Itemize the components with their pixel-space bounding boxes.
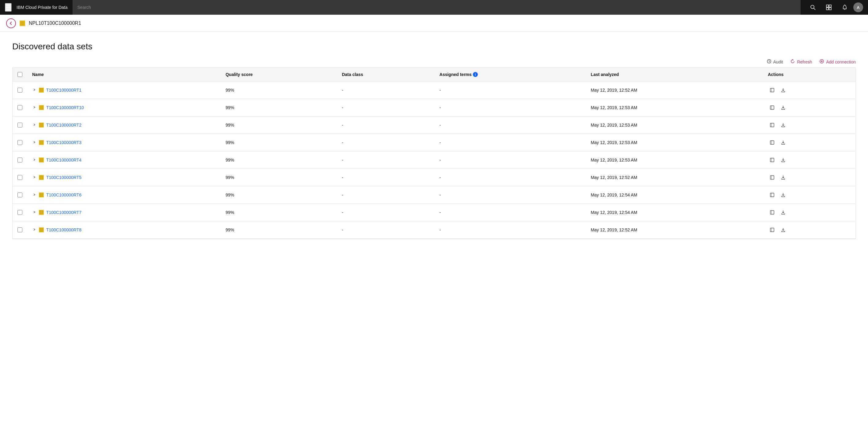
assigned-terms-info-icon[interactable]: i bbox=[473, 72, 478, 77]
row-data-class: - bbox=[337, 82, 435, 99]
topnav-icons: A bbox=[806, 0, 863, 15]
row-export-button[interactable] bbox=[779, 208, 787, 217]
row-export-button[interactable] bbox=[779, 103, 787, 112]
row-quality-score: 99% bbox=[220, 116, 337, 134]
row-view-button[interactable] bbox=[768, 103, 776, 112]
search-input[interactable] bbox=[72, 0, 801, 15]
row-last-analyzed: May 12, 2019, 12:52 AM bbox=[586, 169, 763, 186]
row-last-analyzed: May 12, 2019, 12:53 AM bbox=[586, 151, 763, 169]
row-data-class: - bbox=[337, 99, 435, 116]
row-checkbox[interactable] bbox=[18, 157, 22, 163]
row-checkbox[interactable] bbox=[18, 140, 22, 145]
row-export-button[interactable] bbox=[779, 121, 787, 129]
row-checkbox-cell bbox=[12, 134, 27, 151]
row-checkbox-cell bbox=[12, 82, 27, 99]
row-last-analyzed: May 12, 2019, 12:53 AM bbox=[586, 134, 763, 151]
row-view-button[interactable] bbox=[768, 208, 776, 217]
row-table-icon bbox=[39, 175, 44, 180]
row-checkbox-cell bbox=[12, 204, 27, 221]
row-checkbox[interactable] bbox=[18, 227, 22, 232]
row-name-link[interactable]: T100C100000RT6 bbox=[46, 193, 82, 197]
top-navigation: ☰ IBM Cloud Private for Data A bbox=[0, 0, 868, 15]
back-button[interactable] bbox=[6, 19, 16, 28]
row-checkbox[interactable] bbox=[18, 105, 22, 110]
row-export-button[interactable] bbox=[779, 138, 787, 147]
svg-rect-48 bbox=[770, 158, 774, 162]
row-name-link[interactable]: T100C100000RT2 bbox=[46, 123, 82, 127]
row-checkbox[interactable] bbox=[18, 88, 22, 92]
add-connection-button[interactable]: Add connection bbox=[819, 59, 856, 65]
row-export-button[interactable] bbox=[779, 191, 787, 199]
expand-row-button[interactable] bbox=[32, 210, 36, 215]
row-export-button[interactable] bbox=[779, 173, 787, 182]
row-quality-score: 99% bbox=[220, 204, 337, 221]
row-table-icon bbox=[39, 140, 44, 145]
row-data-class: - bbox=[337, 169, 435, 186]
expand-row-button[interactable] bbox=[32, 87, 36, 93]
row-name-link[interactable]: T100C100000RT1 bbox=[46, 88, 82, 92]
row-checkbox[interactable] bbox=[18, 175, 22, 180]
row-view-button[interactable] bbox=[768, 121, 776, 129]
grid-icon-button[interactable] bbox=[822, 0, 836, 15]
row-name-link[interactable]: T100C100000RT7 bbox=[46, 210, 82, 215]
expand-row-button[interactable] bbox=[32, 227, 36, 233]
search-icon-button[interactable] bbox=[806, 0, 820, 15]
refresh-button[interactable]: Refresh bbox=[790, 59, 812, 65]
row-name-link[interactable]: T100C100000RT10 bbox=[46, 105, 84, 110]
toolbar: Audit Refresh Add connection bbox=[12, 59, 856, 65]
row-view-button[interactable] bbox=[768, 191, 776, 199]
row-assigned-terms: - bbox=[435, 134, 586, 151]
row-checkbox[interactable] bbox=[18, 210, 22, 215]
row-view-button[interactable] bbox=[768, 173, 776, 182]
row-data-class: - bbox=[337, 134, 435, 151]
row-export-button[interactable] bbox=[779, 156, 787, 164]
expand-row-button[interactable] bbox=[32, 175, 36, 180]
row-quality-score: 99% bbox=[220, 221, 337, 239]
svg-rect-24 bbox=[770, 88, 774, 92]
table-row: T100C100000RT6 99% - - May 12, 2019, 12:… bbox=[12, 186, 856, 204]
row-name-cell: T100C100000RT6 bbox=[27, 186, 220, 204]
row-view-button[interactable] bbox=[768, 138, 776, 147]
svg-rect-19 bbox=[40, 89, 43, 92]
row-actions-cell bbox=[763, 169, 856, 186]
row-name-link[interactable]: T100C100000RT3 bbox=[46, 140, 82, 145]
row-data-class: - bbox=[337, 186, 435, 204]
user-avatar[interactable]: A bbox=[853, 2, 863, 12]
row-export-button[interactable] bbox=[779, 226, 787, 234]
table-row: T100C100000RT10 99% - - May 12, 2019, 12… bbox=[12, 99, 856, 116]
notification-icon-button[interactable] bbox=[837, 0, 852, 15]
svg-rect-4 bbox=[826, 8, 829, 10]
row-view-button[interactable] bbox=[768, 226, 776, 234]
row-quality-score: 99% bbox=[220, 186, 337, 204]
row-view-button[interactable] bbox=[768, 156, 776, 164]
row-quality-score: 99% bbox=[220, 169, 337, 186]
row-name-link[interactable]: T100C100000RT4 bbox=[46, 157, 82, 163]
row-data-class: - bbox=[337, 221, 435, 239]
data-table-container: Name Quality score Data class Assigned t… bbox=[12, 67, 856, 239]
audit-label: Audit bbox=[773, 59, 783, 64]
audit-button[interactable]: Audit bbox=[767, 59, 783, 65]
row-export-button[interactable] bbox=[779, 86, 787, 94]
row-view-button[interactable] bbox=[768, 86, 776, 94]
row-last-analyzed: May 12, 2019, 12:54 AM bbox=[586, 186, 763, 204]
name-column-header: Name bbox=[27, 68, 220, 82]
expand-row-button[interactable] bbox=[32, 105, 36, 110]
row-name-cell: T100C100000RT5 bbox=[27, 169, 220, 186]
row-name-link[interactable]: T100C100000RT5 bbox=[46, 175, 82, 180]
svg-rect-30 bbox=[770, 106, 774, 109]
row-quality-score: 99% bbox=[220, 151, 337, 169]
row-name-link[interactable]: T100C100000RT8 bbox=[46, 227, 82, 232]
row-checkbox[interactable] bbox=[18, 193, 22, 197]
select-all-checkbox[interactable] bbox=[18, 72, 22, 77]
expand-row-button[interactable] bbox=[32, 140, 36, 145]
row-name-cell: T100C100000RT7 bbox=[27, 204, 220, 221]
hamburger-menu-button[interactable]: ☰ bbox=[5, 3, 12, 12]
svg-rect-61 bbox=[40, 211, 43, 214]
expand-row-button[interactable] bbox=[32, 157, 36, 163]
row-last-analyzed: May 12, 2019, 12:53 AM bbox=[586, 99, 763, 116]
svg-rect-54 bbox=[770, 176, 774, 179]
row-data-class: - bbox=[337, 204, 435, 221]
expand-row-button[interactable] bbox=[32, 122, 36, 128]
expand-row-button[interactable] bbox=[32, 192, 36, 198]
row-checkbox[interactable] bbox=[18, 123, 22, 127]
